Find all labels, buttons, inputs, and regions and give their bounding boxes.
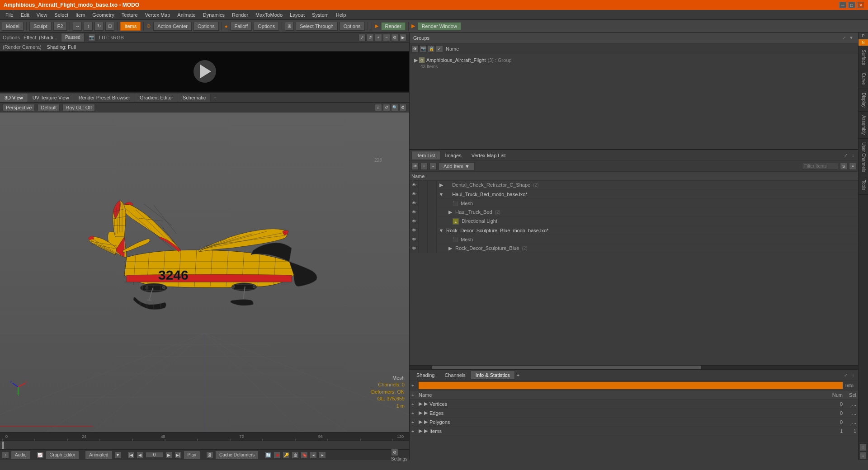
menu-view[interactable]: View <box>33 11 51 19</box>
cache-deformers-button[interactable]: Cache Deformers <box>215 451 259 460</box>
item-check-1[interactable] <box>428 190 437 199</box>
render-button[interactable]: Render <box>381 22 406 30</box>
tab-item-list[interactable]: Item List <box>411 151 440 160</box>
preview-expand-icon[interactable]: ⤢ <box>359 34 366 41</box>
add-item-button[interactable]: Add Item ▼ <box>439 162 475 170</box>
vp-refresh-icon[interactable]: ↺ <box>383 104 390 111</box>
sidebar-tab-user-channels[interactable]: User Channels <box>859 139 868 176</box>
item-check-5[interactable] <box>428 226 437 235</box>
item-expand-icon-5[interactable]: ▼ <box>439 228 444 233</box>
item-row-6[interactable]: 👁 ⬛ Mesh <box>410 235 858 244</box>
preview-canvas[interactable] <box>0 52 409 91</box>
tab-schematic[interactable]: Schematic <box>178 94 211 102</box>
timeline-ruler[interactable]: 0 24 48 72 96 120 <box>0 432 409 441</box>
stat-expand2-0[interactable]: ▶ <box>424 401 429 407</box>
items-filter-icon2[interactable]: F <box>849 163 856 170</box>
menu-render[interactable]: Render <box>228 11 252 19</box>
tab-3d-view[interactable]: 3D View <box>0 94 28 102</box>
model-button[interactable]: Model <box>2 22 24 31</box>
stat-row-polygons[interactable]: + ▶ ▶ Polygons 0 ... <box>410 418 858 427</box>
filter-items-input[interactable] <box>802 163 838 169</box>
item-row-7[interactable]: 👁 ▶ Rock_Decor_Sculpture_Blue (2) <box>410 244 858 253</box>
stat-expand2-1[interactable]: ▶ <box>424 410 429 416</box>
audio-button[interactable]: Audio <box>11 451 31 460</box>
preview-icon-1[interactable]: 📷 <box>88 34 95 41</box>
next-frame-icon[interactable]: ▶ <box>165 451 173 459</box>
items-filter-icon[interactable]: S <box>840 163 847 170</box>
animated-dropdown-icon[interactable]: ▼ <box>114 451 122 459</box>
item-eye-7[interactable]: 👁 <box>410 244 419 253</box>
play-button[interactable] <box>193 60 216 83</box>
menu-edit[interactable]: Edit <box>17 11 33 19</box>
default-label[interactable]: Default <box>38 104 60 111</box>
menu-file[interactable]: File <box>2 11 17 19</box>
options3-button[interactable]: Options <box>340 22 365 31</box>
new-pass-button[interactable]: N <box>859 39 868 46</box>
stat-add-0[interactable]: + <box>411 401 419 407</box>
items-hscroll-thumb[interactable] <box>432 366 701 369</box>
nav-right-icon[interactable]: ▸ <box>319 451 326 459</box>
groups-lock-icon[interactable]: 🔒 <box>428 45 435 52</box>
timeline-position-marker[interactable] <box>2 442 4 449</box>
viewport-3d[interactable]: Perspective Default Ray GL: Off ⌂ ↺ 🔍 ⚙ <box>0 103 409 432</box>
groups-expand-icon[interactable]: ⤢ <box>841 35 847 41</box>
graph-editor-icon[interactable]: 📈 <box>37 451 44 459</box>
item-lock-6[interactable] <box>419 235 428 244</box>
item-lock-0[interactable] <box>419 181 428 190</box>
stats-expand-icon[interactable]: ⤢ <box>843 372 849 378</box>
action-center-button[interactable]: Action Center <box>153 22 192 31</box>
play-button[interactable]: Play <box>184 451 200 460</box>
menu-item[interactable]: Item <box>72 11 89 19</box>
cache-icon[interactable]: 🗄 <box>206 451 213 459</box>
menu-maxtomodo[interactable]: MaxToModo <box>252 11 286 19</box>
transform-icon-2[interactable]: ↕ <box>84 22 93 31</box>
key-icon[interactable]: 🔑 <box>283 451 290 459</box>
items-add-icon[interactable]: + <box>420 163 428 170</box>
groups-camera-icon[interactable]: 📷 <box>420 45 427 52</box>
item-eye-2[interactable]: 👁 <box>410 199 419 208</box>
loop-icon[interactable]: 🔄 <box>264 451 272 459</box>
stat-expand-1[interactable]: ▶ <box>419 410 424 416</box>
preview-zoom-out-icon[interactable]: − <box>383 34 390 41</box>
transform-icon-1[interactable]: ↔ <box>73 22 82 31</box>
ray-gl-button[interactable]: Ray GL: Off <box>62 104 95 111</box>
settings-icon[interactable]: ⚙ <box>391 449 398 456</box>
delete-key-icon[interactable]: 🗑 <box>292 451 299 459</box>
timeline-bar[interactable] <box>0 441 409 450</box>
items-minus-icon[interactable]: − <box>429 163 437 170</box>
stats-add-icon[interactable]: + <box>517 372 519 378</box>
menu-vertex-map[interactable]: Vertex Map <box>142 11 174 19</box>
preview-zoom-in-icon[interactable]: + <box>375 34 382 41</box>
vp-settings-icon[interactable]: ⚙ <box>399 104 406 111</box>
add-tab-button[interactable]: + <box>211 94 219 102</box>
item-eye-6[interactable]: 👁 <box>410 235 419 244</box>
stat-add-3[interactable]: + <box>411 428 419 434</box>
perspective-button[interactable]: Perspective <box>3 104 35 111</box>
menu-animate[interactable]: Animate <box>174 11 199 19</box>
item-row-1[interactable]: 👁 ▼ Haul_Truck_Bed_modo_base.lxo* <box>410 190 858 199</box>
item-expand-icon-3[interactable]: ▶ <box>448 209 453 215</box>
item-check-3[interactable] <box>428 208 437 217</box>
stats-add-btn[interactable]: + <box>411 383 419 388</box>
stat-expand2-3[interactable]: ▶ <box>424 428 429 434</box>
menu-geometry[interactable]: Geometry <box>89 11 118 19</box>
item-expand-icon-1[interactable]: ▼ <box>439 192 444 197</box>
item-row-3[interactable]: 👁 ▶ Haul_Truck_Bed (2) <box>410 208 858 217</box>
vp-search-icon[interactable]: 🔍 <box>391 104 398 111</box>
tab-render-preset[interactable]: Render Preset Browser <box>74 94 135 102</box>
stat-row-items[interactable]: + ▶ ▶ Items 1 1 <box>410 427 858 436</box>
stat-expand2-2[interactable]: ▶ <box>424 419 429 425</box>
group-expand-icon[interactable]: ▶ <box>413 57 419 63</box>
tab-channels[interactable]: Channels <box>439 371 470 380</box>
info-label[interactable]: Info <box>843 382 856 389</box>
sidebar-tab-curve[interactable]: Curve <box>859 69 868 89</box>
stat-add-1[interactable]: + <box>411 410 419 416</box>
item-eye-1[interactable]: 👁 <box>410 190 419 199</box>
menu-texture[interactable]: Texture <box>118 11 142 19</box>
stat-row-edges[interactable]: + ▶ ▶ Edges 0 ... <box>410 409 858 418</box>
menu-system[interactable]: System <box>308 11 332 19</box>
preview-more-icon[interactable]: ▶ <box>399 34 406 41</box>
stats-collapse-icon[interactable]: ↓ <box>850 372 856 378</box>
paused-button[interactable]: Paused <box>61 33 85 42</box>
audio-icon[interactable]: ♪ <box>2 451 9 459</box>
